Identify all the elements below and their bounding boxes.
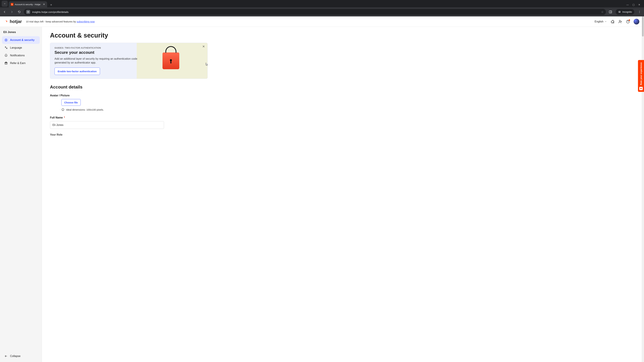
integrations-button[interactable] (610, 19, 614, 24)
arrow-left-icon (3, 10, 6, 13)
tab-title: Account & security - Hotjar (15, 3, 40, 6)
svg-point-2 (28, 12, 28, 12)
browser-back-button[interactable] (2, 9, 8, 15)
translate-icon (4, 46, 8, 49)
avatar-hint-text: Ideal dimensions: 100x100 pixels. (66, 108, 104, 111)
site-info-icon[interactable] (26, 10, 30, 14)
language-picker[interactable]: English (595, 20, 607, 23)
required-asterisk: * (63, 116, 65, 119)
browser-reload-button[interactable] (16, 9, 22, 15)
new-tab-button[interactable]: ＋ (48, 2, 54, 7)
svg-point-0 (28, 11, 28, 11)
trial-banner: 10 trial days left - keep advanced featu… (26, 20, 94, 23)
sidebar-item-refer-earn[interactable]: Refer & Earn (2, 59, 40, 67)
fullname-input[interactable] (50, 121, 164, 129)
fullname-label: Full Name * (50, 116, 636, 119)
svg-point-13 (6, 39, 6, 40)
sidebar-item-language[interactable]: Language (2, 44, 40, 52)
hotjar-logo[interactable]: hotjar (5, 19, 22, 24)
choose-file-button[interactable]: Choose file (62, 99, 81, 106)
browser-forward-button[interactable] (9, 9, 15, 15)
promo-body: Add an additional layer of security by r… (54, 57, 142, 64)
promo-heading: Secure your account (54, 50, 142, 55)
incognito-indicator[interactable]: Incognito (616, 9, 634, 15)
collapse-icon (4, 355, 8, 358)
app-viewport: hotjar 10 trial days left - keep advance… (0, 16, 644, 362)
tune-icon (27, 11, 29, 13)
bookmark-star-button[interactable]: ☆ (601, 10, 604, 14)
incognito-label: Incognito (622, 10, 632, 13)
window-controls: ― ▢ ✕ (626, 3, 643, 7)
info-icon (62, 108, 64, 111)
svg-point-7 (639, 11, 640, 11)
svg-point-9 (639, 12, 640, 13)
subscribe-link[interactable]: subscribing now (77, 20, 95, 23)
fullname-label-text: Full Name (50, 116, 63, 119)
user-avatar[interactable] (634, 19, 639, 24)
promo-close-button[interactable] (202, 45, 205, 49)
browser-menu-button[interactable] (636, 9, 642, 15)
tab-search-dropdown[interactable] (2, 1, 8, 7)
window-close-button[interactable]: ✕ (638, 3, 640, 6)
svg-rect-3 (609, 11, 612, 13)
sidebar-item-label: Refer & Earn (10, 62, 26, 65)
sidebar-item-label: Account & security (10, 38, 34, 41)
side-panel-button[interactable] (608, 9, 613, 15)
caret-down-icon (605, 21, 607, 23)
role-label: Your Role (50, 133, 636, 136)
promo-eyebrow: GUIDES: TWO-FACTOR AUTHENTICATION (54, 46, 142, 49)
smiley-icon: ☻ (639, 87, 643, 90)
reload-icon (18, 10, 21, 13)
gift-icon (4, 61, 8, 65)
promo-illustration (146, 46, 196, 75)
main-content: Account & security GUIDES: TWO-FACTOR AU… (42, 27, 644, 362)
collapse-label: Collapse (10, 355, 20, 358)
url-text: insights.hotjar.com/profile/details (32, 10, 599, 13)
sidebar-item-notifications[interactable]: Notifications (2, 52, 40, 59)
hotjar-favicon-icon: h (11, 3, 14, 6)
flame-icon (5, 20, 8, 23)
arrow-right-icon (10, 10, 14, 13)
trial-prefix: 10 trial days left - keep advanced featu… (26, 20, 77, 23)
help-button[interactable] (626, 19, 630, 24)
feedback-label: Rate your experience (640, 62, 642, 85)
chevron-down-icon (4, 2, 6, 5)
invite-user-button[interactable] (618, 19, 622, 24)
browser-tab[interactable]: h Account & security - Hotjar ✕ (9, 1, 47, 7)
bell-icon (4, 54, 8, 57)
puzzle-icon (610, 19, 614, 24)
sidebar-item-label: Notifications (10, 54, 25, 57)
svg-point-5 (619, 12, 620, 13)
svg-point-8 (639, 12, 640, 12)
notification-dot-icon (629, 19, 630, 21)
scrollbar-thumb[interactable] (642, 16, 644, 36)
logo-text: hotjar (10, 19, 22, 24)
app-header: hotjar 10 trial days left - keep advance… (0, 16, 644, 27)
sidebar-item-account-security[interactable]: Account & security (2, 36, 40, 44)
sidebar-owner-name: Eli Jones (2, 30, 40, 36)
page-title: Account & security (50, 32, 636, 39)
browser-toolbar: insights.hotjar.com/profile/details ☆ In… (0, 7, 644, 16)
window-maximize-button[interactable]: ▢ (632, 3, 634, 6)
window-minimize-button[interactable]: ― (626, 3, 629, 6)
settings-sidebar: Eli Jones Account & security Language No… (0, 27, 42, 362)
language-label: English (595, 20, 604, 23)
sidebar-item-label: Language (10, 46, 22, 49)
lock-icon (162, 52, 179, 69)
user-plus-icon (618, 19, 622, 24)
incognito-icon (618, 10, 621, 13)
kebab-icon (638, 10, 641, 13)
svg-point-10 (619, 20, 620, 22)
feedback-tab[interactable]: Rate your experience ☻ (638, 60, 644, 92)
close-icon (202, 45, 205, 48)
browser-address-bar[interactable]: insights.hotjar.com/profile/details ☆ (24, 9, 606, 15)
svg-point-6 (620, 12, 620, 13)
user-circle-icon (4, 38, 8, 42)
browser-tab-strip: h Account & security - Hotjar ✕ ＋ ― ▢ ✕ (0, 0, 644, 7)
sidebar-collapse-button[interactable]: Collapse (2, 352, 40, 360)
enable-2fa-button[interactable]: Enable two-factor authentication (54, 67, 100, 75)
account-details-heading: Account details (50, 84, 636, 90)
panel-icon (609, 10, 612, 13)
tab-close-button[interactable]: ✕ (43, 3, 45, 6)
svg-point-1 (28, 12, 29, 12)
